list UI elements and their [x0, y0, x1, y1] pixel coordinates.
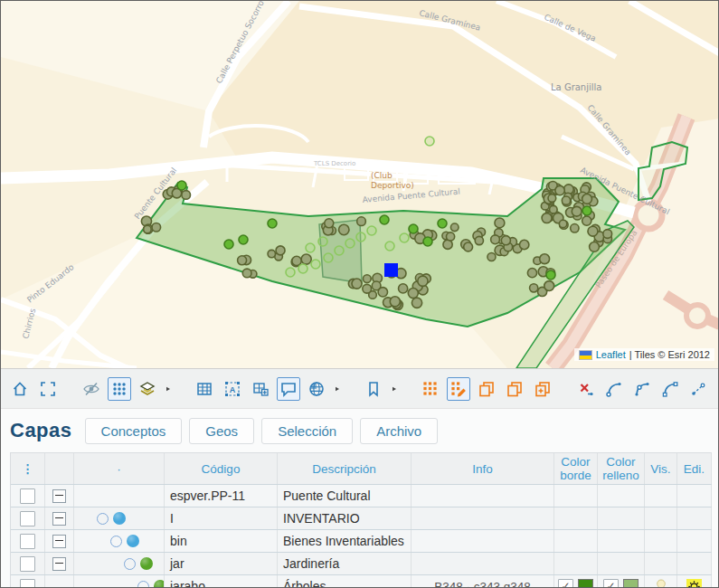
header-vis[interactable]: Vis. — [645, 453, 677, 484]
row-checkbox[interactable] — [20, 511, 35, 526]
header-expand — [45, 453, 74, 484]
collapse-toggle[interactable] — [52, 489, 66, 503]
layer-row-I[interactable]: IINVENTARIO — [11, 507, 712, 530]
tiles-icon[interactable] — [419, 377, 442, 401]
layer-radio[interactable] — [124, 558, 136, 570]
layer-row-jar[interactable]: jarJardinería — [11, 553, 712, 575]
popup-icon[interactable] — [277, 377, 300, 401]
grid-add-icon[interactable] — [249, 377, 272, 401]
layer-row-bin[interactable]: binBienes Inventariables — [11, 530, 712, 553]
delete-x-icon[interactable] — [574, 377, 598, 401]
arc-mid-icon[interactable] — [630, 377, 654, 401]
tiles-edit-icon[interactable] — [447, 377, 470, 401]
dots-grid-icon[interactable] — [108, 377, 131, 401]
edit-mode-icon[interactable] — [686, 579, 702, 588]
row-checkbox[interactable] — [20, 534, 35, 549]
eye-off-icon[interactable] — [80, 377, 103, 401]
grid-icon[interactable] — [193, 377, 216, 401]
layer-info — [412, 530, 554, 552]
layer-code: espver.PP-11 — [165, 485, 278, 507]
toolbar-group — [362, 377, 399, 401]
copy2-icon[interactable] — [503, 377, 526, 401]
map-container[interactable]: Calle GramíneaCalle de VegaLa GranjillaC… — [1, 1, 718, 369]
tab-geos[interactable]: Geos — [189, 418, 254, 444]
label-a-icon[interactable]: A — [221, 377, 244, 401]
segment-icon[interactable] — [686, 377, 710, 401]
map-attribution: Leaflet | Tiles © Esri 2012 — [574, 348, 714, 361]
arc-start-icon[interactable] — [602, 377, 626, 401]
layer-code: I — [165, 507, 278, 529]
street-label: La Granjilla — [551, 82, 601, 92]
layers-icon[interactable] — [136, 377, 159, 401]
layer-radio[interactable] — [110, 536, 122, 547]
arc-end-icon[interactable] — [658, 377, 682, 401]
layer-description: Bienes Inventariables — [278, 530, 412, 552]
layer-description: Jardinería — [278, 553, 412, 574]
tiles-credit: | Tiles © Esri 2012 — [629, 349, 710, 360]
layer-description: Árboles — [278, 575, 412, 588]
layer-description: INVENTARIO — [278, 507, 412, 529]
row-checkbox[interactable] — [20, 556, 35, 572]
copy-icon[interactable] — [475, 377, 498, 401]
header-color-borde[interactable]: Color borde — [554, 453, 598, 484]
layer-info — [412, 485, 554, 507]
collapse-toggle[interactable] — [52, 512, 66, 526]
street-label: (Club — [371, 171, 393, 180]
layer-radio[interactable] — [137, 581, 149, 588]
header-info[interactable]: Info — [412, 453, 554, 484]
layer-row-jarabo[interactable]: jaraboÁrbolesB348 · c343 g348✓✓ — [11, 575, 712, 588]
layer-color-dot[interactable] — [127, 535, 139, 547]
header-edi[interactable]: Edi. — [677, 453, 712, 484]
row-checkbox[interactable] — [20, 488, 35, 504]
polygon-icon[interactable] — [714, 377, 719, 401]
border-color-checkbox[interactable]: ✓ — [558, 579, 573, 588]
toolbar-group: A — [193, 377, 342, 401]
ukraine-flag-icon — [579, 350, 592, 360]
layer-color-dot[interactable] — [140, 557, 153, 570]
globe-icon[interactable] — [305, 377, 328, 401]
globe-caret-icon[interactable] — [333, 380, 342, 398]
home-icon[interactable] — [8, 377, 32, 401]
layer-code: jar — [165, 553, 278, 574]
collapse-toggle[interactable] — [52, 557, 66, 571]
header-descripcion[interactable]: Descripción — [278, 453, 412, 484]
toolbar-group — [574, 377, 719, 401]
selected-feature-marker[interactable] — [384, 263, 398, 277]
toolbar-group — [419, 377, 554, 401]
bookmark-icon[interactable] — [362, 377, 385, 401]
layers-caret-icon[interactable] — [164, 380, 173, 398]
border-color-swatch[interactable] — [578, 579, 593, 588]
layer-code: bin — [165, 530, 278, 552]
layer-color-dot[interactable] — [113, 512, 126, 525]
layer-color-dot[interactable] — [154, 580, 165, 588]
copy-add-icon[interactable] — [531, 377, 554, 401]
layer-row-espver.PP-11[interactable]: espver.PP-11Puente Cultural — [11, 485, 712, 507]
leaflet-link[interactable]: Leaflet — [596, 349, 626, 360]
tab-seleccion[interactable]: Selección — [261, 418, 353, 444]
table-menu-icon[interactable]: ⋮ — [11, 453, 45, 484]
toolbar-group — [8, 377, 60, 401]
bookmark-caret-icon[interactable] — [390, 380, 399, 398]
fullscreen-icon[interactable] — [36, 377, 60, 401]
row-checkbox[interactable] — [20, 579, 35, 588]
layer-description: Puente Cultural — [278, 485, 412, 507]
map-canvas[interactable]: Calle GramíneaCalle de VegaLa GranjillaC… — [1, 1, 719, 368]
panel-title: Capas — [10, 419, 72, 442]
layers-table: ⋮ · Código Descripción Info Color borde … — [10, 452, 712, 588]
header-codigo[interactable]: Código — [165, 453, 278, 484]
collapse-toggle[interactable] — [52, 535, 66, 548]
layer-info — [412, 553, 554, 574]
map-toolbar: A? — [1, 369, 718, 409]
layer-info: B348 · c343 g348 — [412, 575, 554, 588]
tab-archivo[interactable]: Archivo — [360, 418, 438, 444]
fill-color-checkbox[interactable]: ✓ — [603, 579, 619, 588]
fill-color-swatch[interactable] — [623, 579, 639, 588]
layer-radio[interactable] — [97, 513, 109, 525]
layers-panel: Capas ConceptosGeosSelecciónArchivo ⋮ · … — [1, 409, 718, 588]
header-color-relleno[interactable]: Color relleno — [598, 453, 645, 484]
street-label: TCLS Decorio — [313, 160, 355, 167]
tab-conceptos[interactable]: Conceptos — [85, 418, 183, 444]
visibility-bulb-icon[interactable] — [654, 579, 668, 588]
app-window: Calle GramíneaCalle de VegaLa GranjillaC… — [0, 0, 719, 588]
table-header-row: ⋮ · Código Descripción Info Color borde … — [11, 453, 712, 485]
